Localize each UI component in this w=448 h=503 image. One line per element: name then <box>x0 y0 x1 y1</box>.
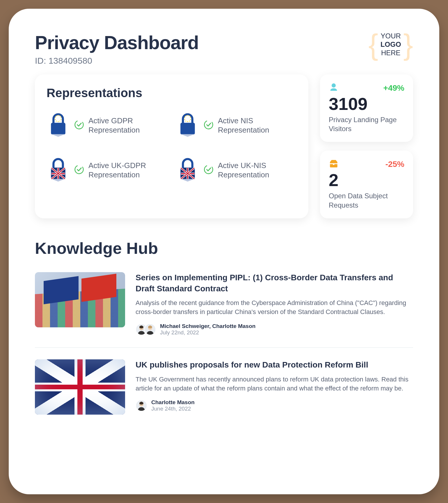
svg-point-1 <box>60 115 61 116</box>
stat-label: Privacy Landing Page Visitors <box>329 115 404 133</box>
representation-label: Active UK-NIS Representation <box>218 161 297 180</box>
svg-point-45 <box>203 164 214 175</box>
dashboard-card: Privacy Dashboard ID: 138409580 { YOUR L… <box>9 9 439 494</box>
header: Privacy Dashboard ID: 138409580 { YOUR L… <box>35 32 413 66</box>
articles-list: Series on Implementing PIPL: (1) Cross-B… <box>35 272 413 426</box>
svg-point-11 <box>74 119 84 130</box>
article-item[interactable]: Series on Implementing PIPL: (1) Cross-B… <box>35 272 413 348</box>
brace-left-icon: { <box>369 33 378 56</box>
knowledge-hub-title: Knowledge Hub <box>35 239 413 258</box>
stat-delta: +49% <box>383 83 404 93</box>
svg-point-15 <box>190 119 191 120</box>
avatar-group <box>136 324 156 335</box>
svg-point-2 <box>61 117 61 118</box>
page-id: ID: 138409580 <box>35 56 199 66</box>
logo-line2: LOGO <box>381 40 401 49</box>
representation-item[interactable]: Active UK-GDPR Representation <box>47 156 167 184</box>
representation-label: Active NIS Representation <box>218 116 297 135</box>
stat-label: Open Data Subject Requests <box>329 191 404 209</box>
article-title: UK publishes proposals for new Data Prot… <box>136 359 413 370</box>
avatar-group <box>136 400 147 411</box>
article-description: Analysis of the recent guidance from the… <box>136 299 413 317</box>
lock-icon <box>176 112 199 139</box>
article-thumbnail <box>35 359 125 415</box>
representation-item[interactable]: Active NIS Representation <box>176 112 297 139</box>
representations-card: Representations Active GDPR Representati… <box>35 74 308 218</box>
article-date: June 24th, 2022 <box>151 406 195 412</box>
svg-point-19 <box>184 119 185 120</box>
svg-point-17 <box>187 121 188 122</box>
svg-point-6 <box>56 121 57 122</box>
stat-card[interactable]: -25% 2 Open Data Subject Requests <box>320 151 413 218</box>
stats-column: +49% 3109 Privacy Landing Page Visitors … <box>320 74 413 218</box>
article-date: July 22nd, 2022 <box>160 329 255 336</box>
article-description: The UK Government has recently announced… <box>136 375 413 393</box>
avatar <box>144 324 156 335</box>
representation-label: Active GDPR Representation <box>88 116 167 135</box>
title-block: Privacy Dashboard ID: 138409580 <box>35 32 199 66</box>
article-title: Series on Implementing PIPL: (1) Cross-B… <box>136 272 413 294</box>
article-body: UK publishes proposals for new Data Prot… <box>136 359 413 415</box>
representations-title: Representations <box>47 86 297 100</box>
svg-point-3 <box>61 119 61 120</box>
page-title: Privacy Dashboard <box>35 32 199 53</box>
svg-point-14 <box>190 117 191 118</box>
logo-text: YOUR LOGO HERE <box>381 32 401 57</box>
person-icon <box>329 83 339 94</box>
stat-delta: -25% <box>385 160 404 169</box>
top-row: Representations Active GDPR Representati… <box>35 74 413 218</box>
stat-value: 3109 <box>329 95 404 113</box>
representation-item[interactable]: Active UK-NIS Representation <box>176 156 297 184</box>
article-item[interactable]: UK publishes proposals for new Data Prot… <box>35 359 413 426</box>
brace-right-icon: } <box>403 33 413 56</box>
stat-value: 2 <box>329 172 404 189</box>
svg-point-34 <box>74 164 84 175</box>
svg-point-13 <box>189 115 190 116</box>
article-meta: Michael Schweiger, Charlotte Mason July … <box>136 323 413 336</box>
check-icon <box>74 164 84 176</box>
representation-label: Active UK-GDPR Representation <box>88 161 167 180</box>
svg-point-5 <box>58 121 59 122</box>
svg-point-7 <box>55 119 56 120</box>
svg-point-0 <box>58 115 59 116</box>
svg-point-4 <box>60 121 61 122</box>
lock-icon <box>47 112 70 139</box>
svg-point-9 <box>56 115 57 116</box>
representation-item[interactable]: Active GDPR Representation <box>47 112 167 139</box>
check-icon <box>74 119 84 131</box>
svg-point-20 <box>184 117 185 118</box>
logo-line1: YOUR <box>381 32 401 40</box>
svg-point-23 <box>203 119 214 130</box>
svg-point-16 <box>189 121 190 122</box>
avatar <box>136 400 147 411</box>
lock-icon <box>47 156 70 184</box>
check-icon <box>203 119 214 131</box>
svg-rect-10 <box>51 123 65 134</box>
check-icon <box>203 164 214 176</box>
inbox-icon <box>329 159 339 170</box>
lock-icon <box>176 156 199 184</box>
svg-point-18 <box>185 121 186 122</box>
svg-rect-22 <box>181 123 195 134</box>
article-body: Series on Implementing PIPL: (1) Cross-B… <box>136 272 413 336</box>
svg-point-12 <box>187 115 188 116</box>
article-thumbnail <box>35 272 125 327</box>
article-meta: Charlotte Mason June 24th, 2022 <box>136 399 413 412</box>
svg-point-21 <box>185 115 186 116</box>
article-authors: Charlotte Mason <box>151 399 195 406</box>
logo-placeholder: { YOUR LOGO HERE } <box>369 32 413 57</box>
representations-grid: Active GDPR Representation Active NIS Re… <box>47 112 297 184</box>
article-authors: Michael Schweiger, Charlotte Mason <box>160 323 255 329</box>
logo-line3: HERE <box>381 49 401 57</box>
svg-point-8 <box>55 117 56 118</box>
stat-card[interactable]: +49% 3109 Privacy Landing Page Visitors <box>320 74 413 142</box>
